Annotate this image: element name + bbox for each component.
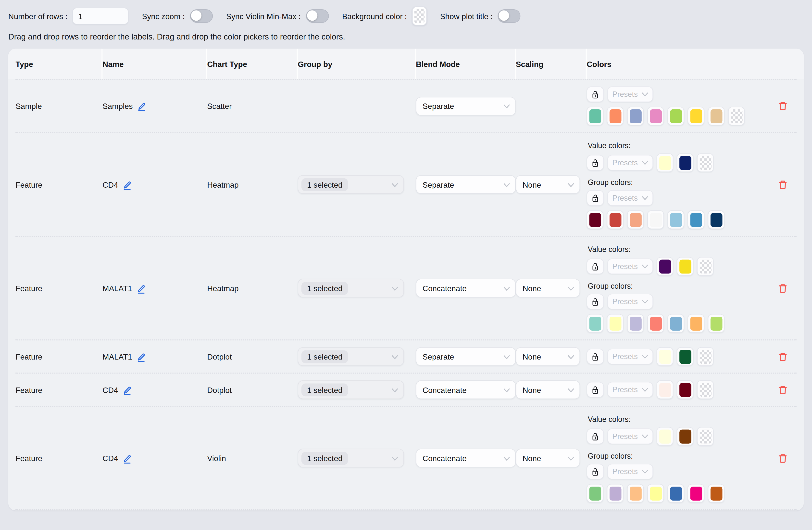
presets-dropdown-button[interactable]: Presets [607,349,653,364]
edit-name-button[interactable] [137,101,147,111]
color-swatch[interactable] [688,314,705,333]
color-swatch[interactable] [647,107,664,125]
color-swatch[interactable] [607,314,624,333]
color-swatch[interactable] [607,210,624,229]
color-swatch[interactable] [657,427,673,446]
color-swatch[interactable] [677,257,694,276]
presets-dropdown-button[interactable]: Presets [607,190,653,206]
edit-name-button[interactable] [123,454,132,463]
blend-mode-dropdown[interactable]: Separate [416,347,516,366]
table-row[interactable]: FeatureCD4Heatmap1 selectedSeparateNoneV… [15,132,796,236]
color-swatch[interactable] [587,107,604,125]
sync-zoom-toggle[interactable] [190,9,213,23]
presets-dropdown-button[interactable]: Presets [607,464,653,479]
presets-dropdown-button[interactable]: Presets [607,429,653,444]
color-lock-button[interactable] [587,382,604,397]
show-plot-title-toggle[interactable] [498,9,521,23]
group-by-dropdown[interactable]: 1 selected [298,175,404,194]
edit-name-button[interactable] [137,284,146,294]
table-row[interactable]: FeatureCD4Violin1 selectedConcatenateNon… [15,406,796,510]
background-color-picker[interactable] [412,6,426,25]
color-swatch[interactable] [627,484,644,503]
table-row[interactable]: FeatureCD4Dotplot1 selectedConcatenateNo… [15,373,796,406]
color-swatch[interactable] [607,484,624,503]
color-swatch[interactable] [587,484,604,503]
edit-name-button[interactable] [123,180,132,190]
table-row[interactable]: FeatureMALAT1Heatmap1 selectedConcatenat… [15,236,796,339]
color-swatch[interactable] [697,347,714,366]
color-lock-button[interactable] [587,294,604,309]
group-by-dropdown[interactable]: 1 selected [298,449,404,468]
color-swatch[interactable] [688,484,705,503]
color-lock-button[interactable] [587,259,604,274]
color-swatch[interactable] [647,484,664,503]
color-swatch[interactable] [627,107,644,125]
color-swatch[interactable] [677,347,694,366]
color-swatch[interactable] [657,153,673,172]
presets-dropdown-button[interactable]: Presets [607,87,653,102]
edit-name-button[interactable] [137,352,146,362]
scaling-dropdown[interactable]: None [516,175,580,194]
color-swatch[interactable] [647,314,664,333]
sync-violin-toggle[interactable] [306,9,329,23]
number-of-rows-input[interactable] [73,8,128,25]
color-swatch[interactable] [708,107,725,125]
delete-row-button[interactable] [776,178,789,191]
blend-mode-dropdown[interactable]: Concatenate [416,380,516,399]
color-swatch[interactable] [677,427,694,446]
scaling-dropdown[interactable]: None [516,449,580,468]
color-swatch[interactable] [697,380,714,399]
scaling-dropdown[interactable]: None [516,380,580,399]
table-row[interactable]: SampleSamplesScatterSeparatePresets [15,79,796,132]
color-lock-button[interactable] [587,429,604,444]
color-swatch[interactable] [708,210,725,229]
presets-dropdown-button[interactable]: Presets [607,382,653,397]
color-swatch[interactable] [647,210,664,229]
scaling-dropdown[interactable]: None [516,347,580,366]
delete-row-button[interactable] [776,100,789,113]
blend-mode-dropdown[interactable]: Separate [416,97,516,115]
color-swatch[interactable] [708,314,725,333]
delete-row-button[interactable] [776,451,789,464]
color-swatch[interactable] [657,257,673,276]
color-swatch[interactable] [697,427,714,446]
color-swatch[interactable] [668,314,684,333]
color-lock-button[interactable] [587,155,604,170]
blend-mode-dropdown[interactable]: Concatenate [416,449,516,468]
table-row[interactable]: FeatureMALAT1Dotplot1 selectedSeparateNo… [15,339,796,373]
color-lock-button[interactable] [587,87,604,102]
color-lock-button[interactable] [587,464,604,479]
color-swatch[interactable] [677,380,694,399]
color-swatch[interactable] [657,347,673,366]
color-swatch[interactable] [668,484,684,503]
group-by-dropdown[interactable]: 1 selected [298,380,404,399]
color-lock-button[interactable] [587,349,604,364]
presets-dropdown-button[interactable]: Presets [607,155,653,170]
color-swatch[interactable] [688,107,705,125]
delete-row-button[interactable] [776,281,789,295]
presets-dropdown-button[interactable]: Presets [607,294,653,309]
blend-mode-dropdown[interactable]: Separate [416,175,516,194]
color-swatch[interactable] [688,210,705,229]
color-swatch[interactable] [668,107,684,125]
group-by-dropdown[interactable]: 1 selected [298,347,404,366]
color-swatch[interactable] [728,107,745,125]
presets-dropdown-button[interactable]: Presets [607,259,653,274]
color-swatch[interactable] [668,210,684,229]
color-swatch[interactable] [607,107,624,125]
delete-row-button[interactable] [776,350,789,363]
blend-mode-dropdown[interactable]: Concatenate [416,279,516,297]
delete-row-button[interactable] [776,383,789,396]
color-swatch[interactable] [697,257,714,276]
color-swatch[interactable] [587,210,604,229]
scaling-dropdown[interactable]: None [516,279,580,297]
color-swatch[interactable] [697,153,714,172]
color-swatch[interactable] [708,484,725,503]
color-swatch[interactable] [657,380,673,399]
color-swatch[interactable] [627,314,644,333]
edit-name-button[interactable] [123,385,132,395]
color-swatch[interactable] [677,153,694,172]
group-by-dropdown[interactable]: 1 selected [298,279,404,297]
color-swatch[interactable] [587,314,604,333]
color-swatch[interactable] [627,210,644,229]
